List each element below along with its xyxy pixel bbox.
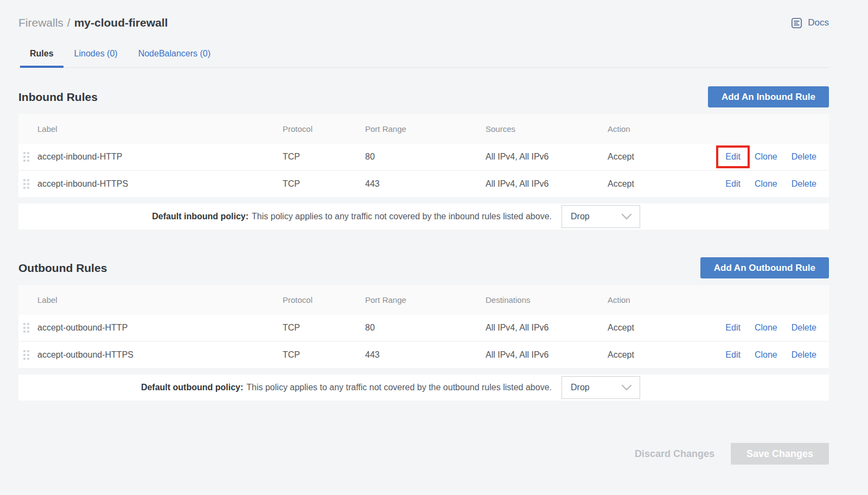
rule-action: Accept [608,323,700,333]
add-outbound-rule-button[interactable]: Add An Outbound Rule [700,257,829,278]
drag-handle-icon[interactable] [23,350,29,360]
table-row: accept-inbound-HTTPS TCP 443 All IPv4, A… [18,171,829,197]
rule-action: Accept [608,152,700,162]
delete-link[interactable]: Delete [792,323,816,333]
delete-link[interactable]: Delete [792,179,816,189]
firewall-detail-page: Firewalls/my-cloud-firewall Docs Rules L… [18,0,829,465]
clone-link[interactable]: Clone [755,350,777,360]
rule-label: accept-outbound-HTTPS [37,350,283,360]
rule-label: accept-inbound-HTTPS [37,179,283,189]
edit-link[interactable]: Edit [725,323,741,333]
inbound-rules-title: Inbound Rules [18,91,98,104]
document-icon [790,17,803,29]
outbound-rules-title: Outbound Rules [18,262,107,275]
rule-port-range: 80 [365,152,486,162]
policy-select-value: Drop [571,212,590,221]
column-header-action: Action [608,124,700,134]
edit-link[interactable]: Edit [725,179,741,189]
edit-link[interactable]: Edit [725,350,741,360]
default-outbound-policy-row: Default outbound policy: This policy app… [18,375,829,401]
outbound-rules-section: Outbound Rules Add An Outbound Rule Labe… [18,257,829,401]
drag-handle-icon[interactable] [23,179,29,189]
rule-destinations: All IPv4, All IPv6 [486,350,608,360]
annotation-highlight-box: Edit [716,145,750,168]
outbound-rules-table: Label Protocol Port Range Destinations A… [18,285,829,368]
rule-sources: All IPv4, All IPv6 [486,179,608,189]
default-inbound-policy-select[interactable]: Drop [561,205,640,228]
inbound-rules-table: Label Protocol Port Range Sources Action… [18,114,829,197]
default-outbound-policy-select[interactable]: Drop [561,376,640,399]
drag-handle-icon[interactable] [23,323,29,333]
breadcrumb-firewalls-link[interactable]: Firewalls [18,16,63,29]
policy-select-value: Drop [571,383,590,392]
drag-handle-icon[interactable] [23,152,29,162]
column-header-protocol: Protocol [283,124,365,134]
outbound-table-header: Label Protocol Port Range Destinations A… [18,285,829,315]
rule-sources: All IPv4, All IPv6 [486,152,608,162]
breadcrumb-separator: / [67,16,71,29]
table-row: accept-outbound-HTTPS TCP 443 All IPv4, … [18,342,829,368]
inbound-rules-section: Inbound Rules Add An Inbound Rule Label … [18,86,829,230]
clone-link[interactable]: Clone [755,179,777,189]
tab-bar: Rules Linodes (0) NodeBalancers (0) [18,43,829,68]
delete-link[interactable]: Delete [792,152,816,162]
policy-description: This policy applies to any traffic not c… [252,212,552,221]
column-header-label: Label [37,124,283,134]
column-header-label: Label [37,295,283,304]
rule-port-range: 80 [365,323,486,333]
topbar: Firewalls/my-cloud-firewall Docs [18,16,829,29]
rule-destinations: All IPv4, All IPv6 [486,323,608,333]
rule-protocol: TCP [283,179,365,189]
policy-description: This policy applies to any traffic not c… [246,383,552,392]
table-row: accept-outbound-HTTP TCP 80 All IPv4, Al… [18,315,829,341]
tab-nodebalancers[interactable]: NodeBalancers (0) [129,43,220,68]
rule-action: Accept [608,350,700,360]
rule-port-range: 443 [365,179,486,189]
inbound-table-header: Label Protocol Port Range Sources Action [18,114,829,144]
column-header-sources: Sources [486,124,608,134]
edit-link[interactable]: Edit [725,152,741,162]
tab-linodes[interactable]: Linodes (0) [65,43,127,68]
rule-label: accept-inbound-HTTP [37,152,283,162]
discard-changes-button[interactable]: Discard Changes [635,448,714,460]
rule-port-range: 443 [365,350,486,360]
column-header-port-range: Port Range [365,295,486,304]
chevron-down-icon [621,213,632,220]
footer-actions: Discard Changes Save Changes [18,443,829,465]
rule-label: accept-outbound-HTTP [37,323,283,333]
rule-protocol: TCP [283,152,365,162]
docs-label: Docs [808,17,829,28]
column-header-destinations: Destinations [486,295,608,304]
add-inbound-rule-button[interactable]: Add An Inbound Rule [708,86,829,107]
clone-link[interactable]: Clone [755,323,777,333]
rule-protocol: TCP [283,350,365,360]
column-header-action: Action [608,295,700,304]
rule-protocol: TCP [283,323,365,333]
default-inbound-policy-row: Default inbound policy: This policy appl… [18,204,829,230]
column-header-port-range: Port Range [365,124,486,134]
policy-label: Default inbound policy: [152,212,248,221]
docs-link[interactable]: Docs [790,17,829,29]
table-row: accept-inbound-HTTP TCP 80 All IPv4, All… [18,144,829,170]
breadcrumb: Firewalls/my-cloud-firewall [18,16,168,29]
tab-rules[interactable]: Rules [20,43,63,68]
rule-action: Accept [608,179,700,189]
policy-label: Default outbound policy: [141,383,243,392]
save-changes-button[interactable]: Save Changes [731,443,829,465]
column-header-protocol: Protocol [283,295,365,304]
chevron-down-icon [621,384,632,391]
clone-link[interactable]: Clone [755,152,777,162]
page-title: my-cloud-firewall [74,16,168,29]
delete-link[interactable]: Delete [792,350,816,360]
